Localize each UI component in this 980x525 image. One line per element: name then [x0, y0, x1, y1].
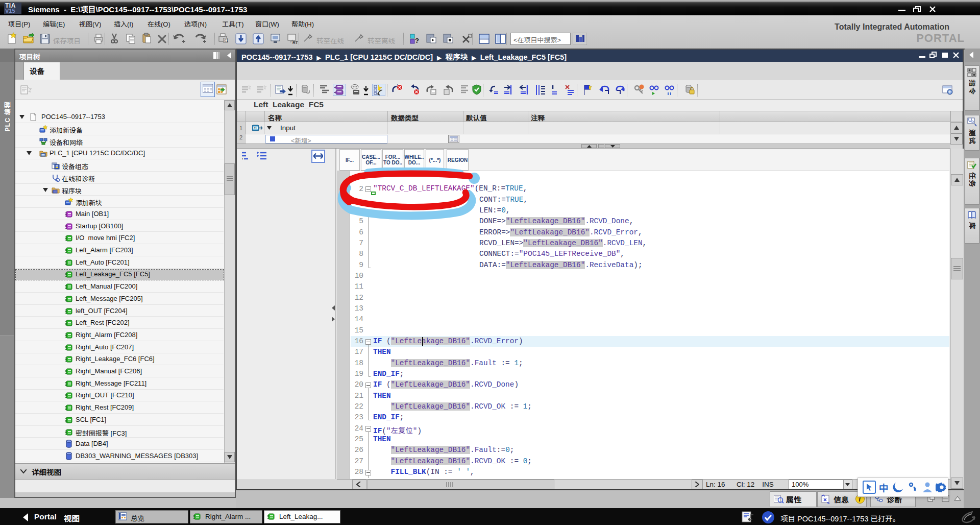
svg-text:RT: RT — [292, 40, 298, 45]
svg-text:01: 01 — [224, 39, 228, 42]
svg-text:01: 01 — [254, 127, 257, 130]
svg-text:?: ? — [415, 37, 419, 44]
